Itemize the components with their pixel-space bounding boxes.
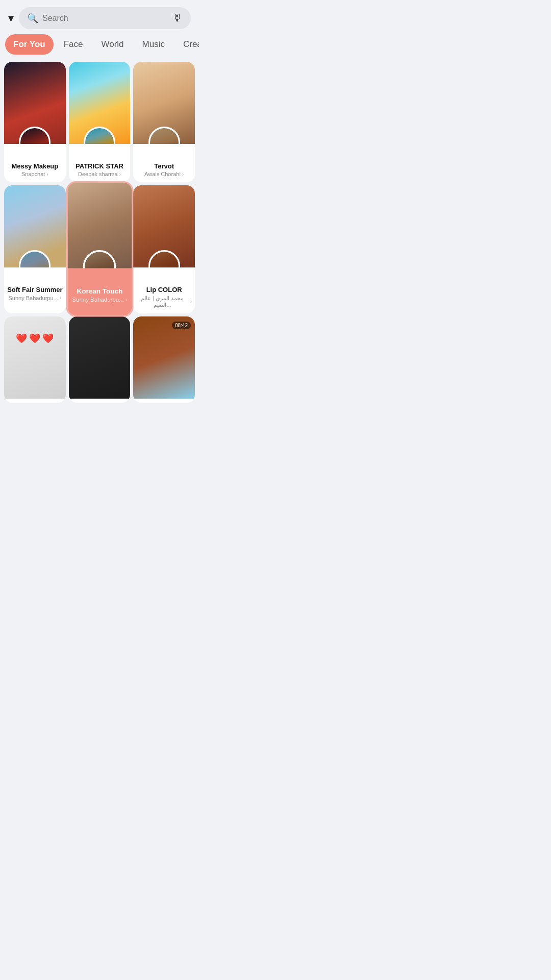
avatar-lip-color [148,250,180,267]
card-title-patrick-star: PATRICK STAR [72,162,128,170]
filter-card-landscape[interactable]: 08:42 [133,316,195,403]
avatar-patrick-star [84,127,115,144]
card-title-soft-fair-summer: Soft Fair Summer [7,286,63,294]
card-subtitle-lip-color: محمد المري | عالم التميم... › [136,295,192,308]
app-header: ▾ 🔍 🎙 [0,0,199,34]
card-title-tervot: Tervot [136,162,192,170]
avatar-tervot [148,127,180,144]
filter-card-korean-touch[interactable]: Korean TouchSunny Bahadurpu... › [67,183,131,315]
card-image-dark-hair [69,316,131,399]
card-image-landscape: 08:42 [133,316,195,399]
avatar-messy-makeup [19,127,51,144]
hearts-decoration: ❤️❤️❤️ [16,333,54,344]
category-tabs: For You Face World Music Creators [0,34,199,55]
filter-card-soft-fair-summer[interactable]: Soft Fair SummerSunny Bahadurpu... › [4,185,66,313]
filter-card-hearts-filter[interactable]: ❤️❤️❤️ [4,316,66,403]
tab-face[interactable]: Face [56,34,91,55]
card-title-messy-makeup: Messy Makeup [7,162,63,170]
card-title-korean-touch: Korean Touch [70,287,128,296]
card-subtitle-patrick-star: Deepak sharma › [72,171,128,177]
filter-card-tervot[interactable]: TervotAwais Chorahi › [133,62,195,182]
tab-creators[interactable]: Creators [175,34,199,55]
filter-card-patrick-star[interactable]: PATRICK STARDeepak sharma › [69,62,131,182]
card-title-lip-color: Lip COLOR [136,286,192,294]
avatar-korean-touch [83,250,116,268]
card-image-patrick-star [69,62,131,144]
filter-card-lip-color[interactable]: Lip COLORمحمد المري | عالم التميم... › [133,185,195,313]
card-image-hearts-filter: ❤️❤️❤️ [4,316,66,399]
card-image-soft-fair-summer [4,185,66,267]
filter-card-messy-makeup[interactable]: Messy MakeupSnapchat › [4,62,66,182]
filter-card-dark-hair[interactable] [69,316,131,403]
card-subtitle-messy-makeup: Snapchat › [7,171,63,177]
card-subtitle-soft-fair-summer: Sunny Bahadurpu... › [7,295,63,301]
search-icon: 🔍 [27,13,38,24]
avatar-soft-fair-summer [19,250,51,267]
tab-for-you[interactable]: For You [5,34,54,55]
card-subtitle-korean-touch: Sunny Bahadurpu... › [70,297,128,303]
search-input[interactable] [42,14,168,23]
mic-icon[interactable]: 🎙 [172,12,183,24]
card-image-korean-touch [67,183,131,268]
time-badge: 08:42 [172,322,191,329]
filters-grid: Messy MakeupSnapchat ›PATRICK STARDeepak… [0,55,199,407]
card-subtitle-tervot: Awais Chorahi › [136,171,192,177]
chevron-down-icon[interactable]: ▾ [8,12,14,25]
card-image-lip-color [133,185,195,267]
tab-world[interactable]: World [93,34,132,55]
search-bar[interactable]: 🔍 🎙 [19,7,191,29]
card-image-messy-makeup [4,62,66,144]
card-image-tervot [133,62,195,144]
tab-music[interactable]: Music [134,34,173,55]
